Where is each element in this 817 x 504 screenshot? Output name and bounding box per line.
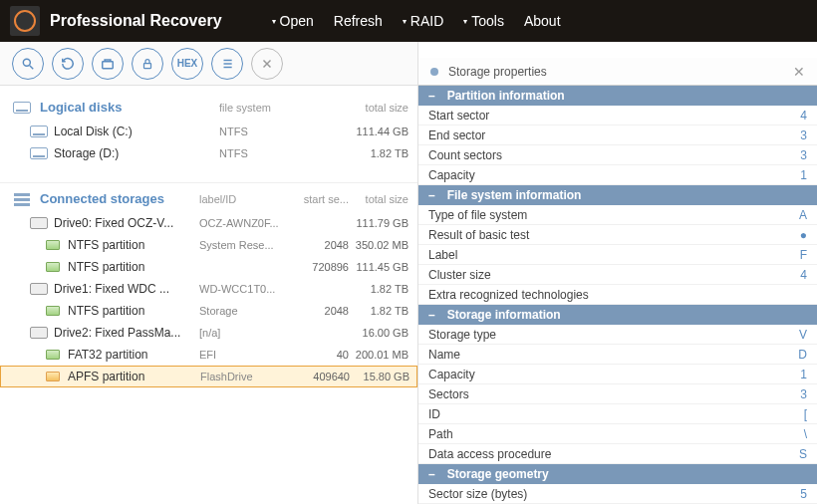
property-value: V bbox=[799, 328, 807, 342]
disk-fs: NTFS bbox=[219, 126, 309, 137]
close-button[interactable] bbox=[251, 48, 283, 80]
col-size-header: total size bbox=[349, 102, 408, 114]
drive-size: 1.82 TB bbox=[349, 283, 408, 295]
hex-label: HEX bbox=[177, 58, 198, 69]
col-fs-header: file system bbox=[219, 102, 271, 114]
menu-raid[interactable]: ▾RAID bbox=[403, 13, 443, 29]
drive-row[interactable]: Drive2: Fixed PassMa... [n/a] 16.00 GB bbox=[0, 322, 417, 344]
property-row: Capacity 1 bbox=[418, 365, 817, 384]
property-key: Cluster size bbox=[428, 268, 800, 282]
tab-title: Storage properties bbox=[448, 65, 547, 79]
drive-label: OCZ-AWNZ0F... bbox=[199, 217, 289, 229]
property-key: Sector size (bytes) bbox=[428, 487, 800, 501]
properties-tab[interactable]: Storage properties ✕ bbox=[418, 58, 817, 86]
col-size-header: total size bbox=[349, 193, 408, 205]
disk-size: 111.44 GB bbox=[349, 126, 408, 137]
svg-line-1 bbox=[30, 65, 34, 69]
drive-row[interactable]: Drive0: Fixed OCZ-V... OCZ-AWNZ0F... 111… bbox=[0, 212, 417, 234]
drive-name: Drive0: Fixed OCZ-V... bbox=[54, 216, 173, 230]
lock-button[interactable] bbox=[132, 48, 163, 80]
partition-label: System Rese... bbox=[199, 239, 289, 251]
partition-name: NTFS partition bbox=[68, 260, 144, 274]
hex-button[interactable]: HEX bbox=[171, 48, 203, 80]
svg-point-0 bbox=[23, 59, 30, 66]
dropdown-icon: ▾ bbox=[403, 17, 407, 26]
menu-about[interactable]: About bbox=[524, 13, 561, 29]
svg-rect-10 bbox=[14, 198, 30, 201]
section-title: File system information bbox=[447, 188, 582, 202]
property-value: F bbox=[800, 248, 807, 262]
logical-disk-row[interactable]: Local Disk (C:) NTFS 111.44 GB bbox=[0, 121, 417, 142]
logical-disks-icon bbox=[12, 101, 32, 115]
property-section-header[interactable]: –Storage geometry bbox=[418, 464, 817, 484]
main-menu: ▾Open Refresh ▾RAID ▾Tools About bbox=[272, 13, 561, 29]
dropdown-icon: ▾ bbox=[463, 17, 467, 26]
svg-rect-9 bbox=[14, 193, 30, 196]
property-row: Count sectors 3 bbox=[418, 145, 817, 165]
app-title: Professional Recovery bbox=[50, 12, 222, 30]
partition-start: 2048 bbox=[289, 239, 349, 251]
logical-disks-title: Logical disks bbox=[40, 100, 122, 115]
drive-size: 16.00 GB bbox=[349, 327, 408, 339]
partition-icon bbox=[44, 238, 62, 252]
partition-size: 200.01 MB bbox=[349, 349, 408, 361]
drive-row[interactable]: Drive1: Fixed WDC ... WD-WCC1T0... 1.82 … bbox=[0, 278, 417, 300]
property-value: 4 bbox=[800, 268, 807, 282]
partition-size: 15.80 GB bbox=[350, 371, 409, 382]
partition-name: NTFS partition bbox=[68, 304, 144, 318]
property-key: Capacity bbox=[428, 168, 800, 182]
drive-size: 111.79 GB bbox=[349, 217, 408, 229]
property-key: Extra recognized technologies bbox=[428, 288, 807, 302]
search-button[interactable] bbox=[12, 48, 44, 80]
connected-storages-header: Connected storages label/ID start se... … bbox=[0, 182, 417, 212]
tab-close-button[interactable]: ✕ bbox=[793, 64, 805, 80]
menu-refresh[interactable]: Refresh bbox=[334, 13, 383, 29]
property-value: 3 bbox=[800, 128, 807, 142]
drive-icon bbox=[30, 216, 48, 230]
property-row: Storage type V bbox=[418, 325, 817, 345]
property-key: Type of file system bbox=[428, 208, 799, 222]
partition-row[interactable]: NTFS partition Storage 2048 1.82 TB bbox=[0, 300, 417, 322]
right-panel: Storage properties ✕ –Partition informat… bbox=[418, 42, 817, 504]
property-key: ID bbox=[428, 407, 804, 421]
open-button[interactable] bbox=[92, 48, 124, 80]
disk-name: Storage (D:) bbox=[54, 146, 119, 160]
property-row: Label F bbox=[418, 245, 817, 265]
col-start-header: start se... bbox=[289, 193, 349, 205]
svg-rect-11 bbox=[14, 203, 30, 206]
partition-name: FAT32 partition bbox=[68, 348, 147, 362]
section-title: Storage geometry bbox=[447, 467, 549, 481]
list-button[interactable] bbox=[211, 48, 243, 80]
property-section-header[interactable]: –Partition information bbox=[418, 86, 817, 106]
refresh-button[interactable] bbox=[52, 48, 84, 80]
property-section-header[interactable]: –File system information bbox=[418, 185, 817, 205]
toolbar: HEX bbox=[0, 42, 417, 86]
drive-icon bbox=[30, 282, 48, 296]
property-row: Name D bbox=[418, 345, 817, 365]
partition-label: FlashDrive bbox=[200, 371, 290, 382]
partition-row[interactable]: FAT32 partition EFI 40 200.01 MB bbox=[0, 344, 417, 366]
property-value: 3 bbox=[800, 148, 807, 162]
menu-tools[interactable]: ▾Tools bbox=[463, 13, 504, 29]
menu-open[interactable]: ▾Open bbox=[272, 13, 314, 29]
property-key: Name bbox=[428, 348, 798, 362]
property-value: \ bbox=[804, 427, 807, 441]
partition-row[interactable]: NTFS partition 720896 111.45 GB bbox=[0, 256, 417, 278]
property-row: Type of file system A bbox=[418, 205, 817, 225]
partition-row[interactable]: NTFS partition System Rese... 2048 350.0… bbox=[0, 234, 417, 256]
titlebar: Professional Recovery ▾Open Refresh ▾RAI… bbox=[0, 0, 817, 42]
partition-start: 2048 bbox=[289, 305, 349, 317]
partition-row[interactable]: APFS partition FlashDrive 409640 15.80 G… bbox=[0, 366, 417, 387]
property-key: Storage type bbox=[428, 328, 799, 342]
disk-icon bbox=[30, 146, 48, 160]
disk-size: 1.82 TB bbox=[349, 147, 408, 159]
property-row: Extra recognized technologies bbox=[418, 285, 817, 305]
property-value: 3 bbox=[800, 387, 807, 401]
logical-disk-row[interactable]: Storage (D:) NTFS 1.82 TB bbox=[0, 142, 417, 164]
property-key: Count sectors bbox=[428, 148, 800, 162]
property-section-header[interactable]: –Storage information bbox=[418, 305, 817, 325]
menu-open-label: Open bbox=[280, 13, 314, 29]
partition-start: 409640 bbox=[290, 371, 350, 382]
property-row: Result of basic test ● bbox=[418, 225, 817, 245]
drive-name: Drive2: Fixed PassMa... bbox=[54, 326, 180, 340]
